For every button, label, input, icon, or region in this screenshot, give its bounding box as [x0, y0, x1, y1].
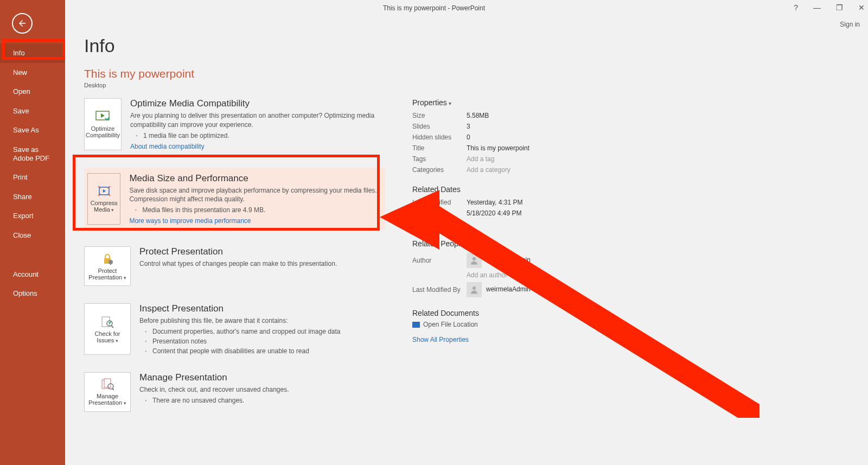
- svg-marker-3: [103, 189, 106, 193]
- manage-title: Manage Presentation: [139, 372, 289, 383]
- nav-options[interactable]: Options: [0, 284, 65, 303]
- compress-title: Media Size and Performance: [129, 173, 382, 184]
- inspect-presentation-block: Check for Issues Inspect Presentation Be…: [84, 303, 385, 355]
- document-title: This is my powerpoint: [84, 67, 857, 80]
- arrow-left-icon: [17, 18, 27, 28]
- prop-title-label: Title: [412, 144, 467, 152]
- help-icon[interactable]: ?: [794, 3, 798, 12]
- folder-icon: [412, 322, 420, 328]
- svg-line-9: [111, 326, 113, 328]
- sign-in-link[interactable]: Sign in: [840, 21, 860, 28]
- nav-primary: Info New Open Save Save As Save as Adobe…: [0, 43, 65, 245]
- prop-lastby-value: weirmelaAdmin: [467, 282, 531, 297]
- window-title: This is my powerpoint - PowerPoint: [383, 4, 485, 12]
- related-people-header: Related People: [412, 239, 857, 248]
- page-title: Info: [84, 35, 857, 56]
- inspect-title: Inspect Presentation: [139, 303, 341, 314]
- minimize-icon[interactable]: —: [813, 3, 821, 12]
- compress-bullet: Media files in this presentation are 4.9…: [129, 206, 382, 214]
- inspect-bullet-2: Presentation notes: [139, 337, 341, 345]
- prop-created-label: Created: [412, 209, 467, 217]
- optimize-compatibility-button[interactable]: Optimize Compatibility: [84, 98, 122, 150]
- show-all-properties-link[interactable]: Show All Properties: [412, 336, 857, 343]
- compress-button-label: Compress Media: [89, 200, 119, 213]
- prop-title-value[interactable]: This is my powerpoint: [467, 144, 529, 152]
- svg-point-15: [473, 286, 476, 290]
- svg-rect-11: [104, 379, 111, 387]
- inspect-desc: Before publishing this file, be aware th…: [139, 316, 341, 326]
- protect-presentation-block: Protect Presentation Protect Presentatio…: [84, 246, 385, 286]
- optimize-button-label: Optimize Compatibility: [86, 125, 120, 138]
- nav-account[interactable]: Account: [0, 265, 65, 284]
- nav-share[interactable]: Share: [0, 187, 65, 207]
- media-icon: [95, 110, 110, 123]
- prop-lastprinted-label: Last Printed: [412, 220, 467, 228]
- prop-categories-label: Categories: [412, 166, 467, 174]
- optimize-title: Optimize Media Compatibility: [130, 98, 385, 109]
- svg-rect-6: [110, 263, 111, 265]
- add-author-link[interactable]: Add an author: [467, 271, 507, 279]
- back-button[interactable]: [12, 13, 33, 34]
- titlebar: This is my powerpoint - PowerPoint: [0, 0, 868, 16]
- related-dates-header: Related Dates: [412, 185, 857, 194]
- prop-size-label: Size: [412, 112, 467, 119]
- avatar-icon: [467, 282, 482, 297]
- properties-header[interactable]: Properties: [412, 98, 857, 107]
- prop-categories-value[interactable]: Add a category: [467, 166, 510, 174]
- nav-new[interactable]: New: [0, 63, 65, 82]
- prop-tags-label: Tags: [412, 155, 467, 163]
- compress-media-block: Compress Media Media Size and Performanc…: [84, 168, 385, 231]
- prop-author-label: Author: [412, 257, 467, 264]
- check-issues-label: Check for Issues: [86, 330, 129, 343]
- info-actions-column: Optimize Compatibility Optimize Media Co…: [84, 98, 385, 429]
- manage-bullet: There are no unsaved changes.: [139, 397, 289, 404]
- manage-button-label: Manage Presentation: [86, 393, 129, 406]
- prop-author-value: weirmelaAdmin: [467, 253, 531, 268]
- prop-lastmod-label: Last Modified: [412, 199, 467, 206]
- lock-icon: [100, 252, 115, 265]
- manage-presentation-button[interactable]: Manage Presentation: [84, 372, 131, 412]
- optimize-link[interactable]: About media compatibility: [130, 143, 385, 150]
- nav-save-as[interactable]: Save As: [0, 120, 65, 140]
- inspect-bullet-1: Document properties, author's name and c…: [139, 328, 341, 335]
- avatar-icon: [467, 253, 482, 268]
- backstage-sidebar: Info New Open Save Save As Save as Adobe…: [0, 0, 65, 465]
- nav-print[interactable]: Print: [0, 168, 65, 187]
- nav-open[interactable]: Open: [0, 82, 65, 101]
- nav-save[interactable]: Save: [0, 101, 65, 121]
- related-documents-header: Related Documents: [412, 309, 857, 317]
- close-icon[interactable]: ✕: [858, 3, 865, 12]
- inspect-bullet-3: Content that people with disabilities ar…: [139, 347, 341, 355]
- prop-size-value: 5.58MB: [467, 112, 489, 119]
- prop-lastmod-value: Yesterday, 4:31 PM: [467, 199, 522, 206]
- window-controls: ? — ❐ ✕: [794, 3, 865, 12]
- prop-slides-value: 3: [467, 123, 470, 130]
- nav-save-adobe-pdf[interactable]: Save as Adobe PDF: [0, 140, 65, 168]
- protect-presentation-button[interactable]: Protect Presentation: [84, 246, 131, 286]
- restore-icon[interactable]: ❐: [836, 3, 843, 12]
- prop-slides-label: Slides: [412, 123, 467, 130]
- svg-line-13: [112, 388, 114, 390]
- compress-media-button[interactable]: Compress Media: [87, 173, 120, 225]
- compress-icon: [97, 184, 112, 198]
- nav-info[interactable]: Info: [0, 43, 65, 63]
- inspect-icon: [100, 315, 115, 328]
- manage-icon: [100, 378, 115, 391]
- optimize-compatibility-block: Optimize Compatibility Optimize Media Co…: [84, 98, 385, 150]
- manage-presentation-block: Manage Presentation Manage Presentation …: [84, 372, 385, 412]
- check-issues-button[interactable]: Check for Issues: [84, 303, 131, 355]
- nav-secondary: Account Options: [0, 265, 65, 303]
- svg-marker-1: [101, 113, 105, 118]
- properties-column: Properties Size5.58MB Slides3 Hidden sli…: [412, 98, 857, 429]
- prop-hidden-label: Hidden slides: [412, 133, 467, 141]
- prop-created-value: 5/18/2020 4:49 PM: [467, 209, 521, 217]
- nav-close[interactable]: Close: [0, 226, 65, 245]
- manage-desc: Check in, check out, and recover unsaved…: [139, 385, 289, 394]
- compress-link[interactable]: More ways to improve media performance: [129, 217, 382, 225]
- protect-title: Protect Presentation: [139, 246, 337, 257]
- svg-point-14: [473, 257, 476, 260]
- prop-tags-value[interactable]: Add a tag: [467, 155, 494, 163]
- prop-lastby-label: Last Modified By: [412, 286, 467, 294]
- nav-export[interactable]: Export: [0, 206, 65, 226]
- open-file-location-link[interactable]: Open File Location: [412, 321, 857, 328]
